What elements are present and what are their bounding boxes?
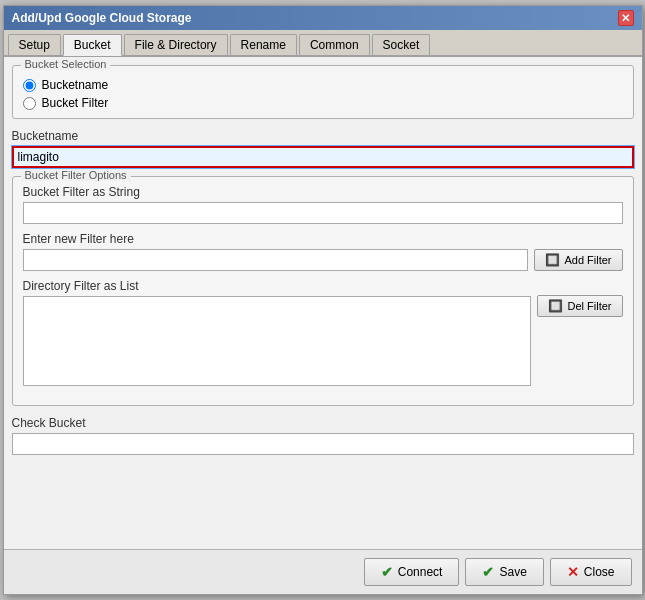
tab-setup[interactable]: Setup	[8, 34, 61, 55]
tab-socket[interactable]: Socket	[372, 34, 431, 55]
main-window: Add/Upd Google Cloud Storage ✕ Setup Buc…	[3, 5, 643, 595]
tab-file-directory[interactable]: File & Directory	[124, 34, 228, 55]
radio-bucketname-label: Bucketname	[42, 78, 109, 92]
filter-list-label: Directory Filter as List	[23, 279, 532, 293]
new-filter-row: Enter new Filter here 🔲 Add Filter	[23, 232, 623, 271]
filter-list-row: Directory Filter as List 🔲 Del Filter	[23, 279, 623, 389]
radio-bucketname[interactable]	[23, 79, 36, 92]
add-filter-btn-col: 🔲 Add Filter	[534, 249, 622, 271]
tab-common[interactable]: Common	[299, 34, 370, 55]
del-filter-button[interactable]: 🔲 Del Filter	[537, 295, 622, 317]
tab-bucket[interactable]: Bucket	[63, 34, 122, 56]
new-filter-input[interactable]	[23, 249, 529, 271]
connect-check-icon: ✔	[381, 564, 393, 580]
radio-bucket-filter[interactable]	[23, 97, 36, 110]
add-filter-label: Add Filter	[564, 254, 611, 266]
filter-string-input[interactable]	[23, 202, 623, 224]
radio-filter-label: Bucket Filter	[42, 96, 109, 110]
close-label: Close	[584, 565, 615, 579]
close-button[interactable]: ✕ Close	[550, 558, 632, 586]
del-filter-label: Del Filter	[567, 300, 611, 312]
add-filter-button[interactable]: 🔲 Add Filter	[534, 249, 622, 271]
save-check-icon: ✔	[482, 564, 494, 580]
filter-string-label: Bucket Filter as String	[23, 185, 623, 199]
tab-bar: Setup Bucket File & Directory Rename Com…	[4, 30, 642, 57]
close-x-icon: ✕	[567, 564, 579, 580]
new-filter-input-col	[23, 249, 529, 271]
radio-bucketname-item: Bucketname	[23, 78, 623, 92]
content-area: Bucket Selection Bucketname Bucket Filte…	[4, 57, 642, 549]
save-button[interactable]: ✔ Save	[465, 558, 543, 586]
new-filter-input-row: 🔲 Add Filter	[23, 249, 623, 271]
tab-rename[interactable]: Rename	[230, 34, 297, 55]
bucketname-label: Bucketname	[12, 129, 634, 143]
bucket-filter-options-group: Bucket Filter Options Bucket Filter as S…	[12, 176, 634, 406]
del-filter-btn-col: 🔲 Del Filter	[537, 279, 622, 317]
connect-button[interactable]: ✔ Connect	[364, 558, 460, 586]
bucket-selection-title: Bucket Selection	[21, 58, 111, 70]
check-bucket-label: Check Bucket	[12, 416, 634, 430]
filter-list-col: Directory Filter as List	[23, 279, 532, 389]
save-label: Save	[499, 565, 526, 579]
filter-string-row: Bucket Filter as String	[23, 185, 623, 224]
check-bucket-field-row: Check Bucket	[12, 416, 634, 455]
window-close-button[interactable]: ✕	[618, 10, 634, 26]
filter-list-input-row: Directory Filter as List 🔲 Del Filter	[23, 279, 623, 389]
new-filter-label: Enter new Filter here	[23, 232, 623, 246]
radio-group: Bucketname Bucket Filter	[23, 78, 623, 110]
del-filter-icon: 🔲	[548, 299, 563, 313]
bucket-filter-options-title: Bucket Filter Options	[21, 169, 131, 181]
add-filter-icon: 🔲	[545, 253, 560, 267]
footer: ✔ Connect ✔ Save ✕ Close	[4, 549, 642, 594]
check-bucket-input[interactable]	[12, 433, 634, 455]
connect-label: Connect	[398, 565, 443, 579]
bucket-selection-group: Bucket Selection Bucketname Bucket Filte…	[12, 65, 634, 119]
window-title: Add/Upd Google Cloud Storage	[12, 11, 192, 25]
filter-list-textarea[interactable]	[23, 296, 532, 386]
radio-filter-item: Bucket Filter	[23, 96, 623, 110]
bucketname-field-row: Bucketname	[12, 129, 634, 168]
bucketname-input[interactable]	[12, 146, 634, 168]
title-bar: Add/Upd Google Cloud Storage ✕	[4, 6, 642, 30]
